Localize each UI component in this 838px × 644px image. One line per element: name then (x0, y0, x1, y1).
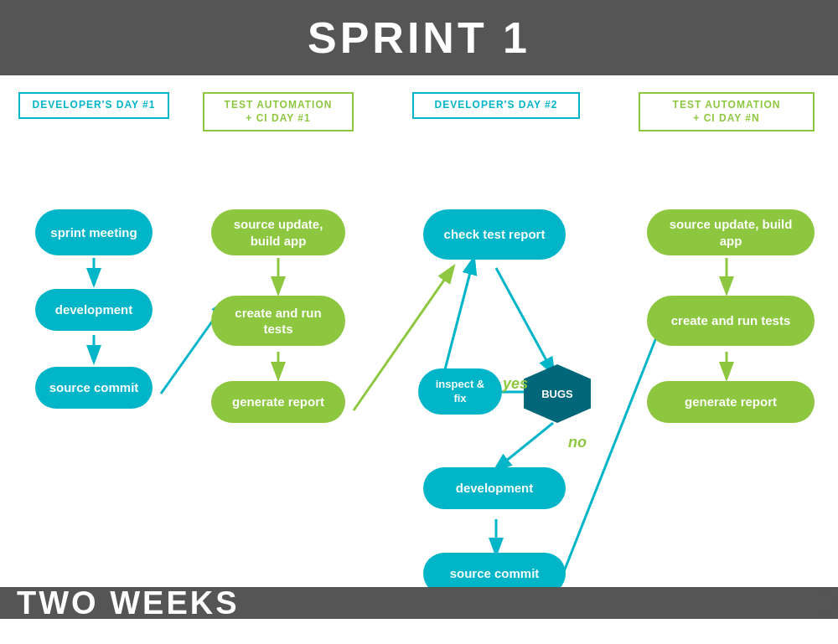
diagram-area: DEVELOPER'S DAY #1 TEST AUTOMATION+ CI D… (0, 75, 838, 644)
bugs-node: BUGS (524, 364, 591, 423)
col-header-dev1: DEVELOPER'S DAY #1 (18, 92, 169, 119)
check-test-report-node: check test report (423, 209, 566, 260)
source-commit1-node: source commit (35, 367, 153, 409)
source-update2-node: source update, build app (647, 209, 815, 255)
yes-label: yes (503, 375, 528, 393)
svg-line-8 (444, 260, 473, 373)
page-title: SPRINT 1 (308, 13, 530, 63)
create-run-tests2-node: create and run tests (647, 296, 815, 346)
sprint-meeting-node: sprint meeting (35, 209, 153, 255)
page-header: SPRINT 1 (0, 0, 838, 75)
create-run-tests1-node: create and run tests (211, 296, 345, 346)
inspect-fix-node: inspect & fix (418, 368, 502, 415)
svg-line-9 (496, 423, 553, 469)
col-header-ci1: TEST AUTOMATION+ CI DAY #1 (203, 92, 354, 131)
no-label: no (568, 434, 587, 451)
timeline-label: TWO WEEKS (17, 585, 240, 621)
source-update1-node: source update, build app (211, 209, 345, 255)
svg-line-6 (496, 268, 553, 373)
col-header-dev2: DEVELOPER'S DAY #2 (412, 92, 580, 119)
arrows-layer (0, 75, 838, 644)
development2-node: development (423, 467, 566, 509)
development1-node: development (35, 289, 153, 331)
generate-report1-node: generate report (211, 381, 345, 423)
timeline-bar: TWO WEEKS (0, 587, 838, 619)
col-header-cin: TEST AUTOMATION+ CI DAY #N (639, 92, 815, 131)
generate-report2-node: generate report (647, 381, 815, 423)
